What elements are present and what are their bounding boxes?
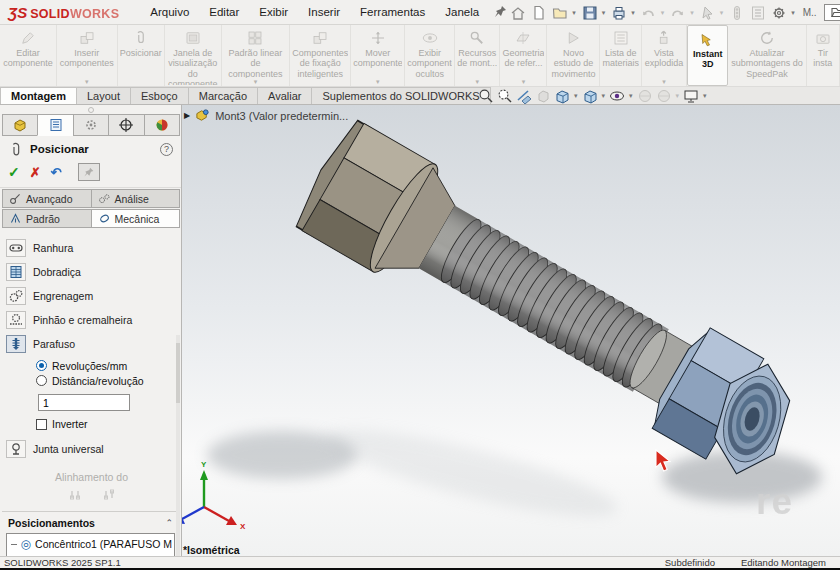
mate-rack-pinion-row[interactable]: Pinhão e cremalheira xyxy=(6,308,177,332)
invert-checkbox[interactable] xyxy=(36,419,47,430)
graphics-viewport[interactable]: Y X Z ▶ Mont3 (Valor predetermin... *Iso… xyxy=(182,105,840,556)
tab-mecanica[interactable]: Mecânica xyxy=(91,209,181,228)
aligned-mate-icon[interactable] xyxy=(65,487,85,503)
hide-show-caret-icon[interactable]: ▾ xyxy=(629,92,633,99)
redo-caret-icon[interactable]: ▾ xyxy=(690,9,694,16)
bill-of-materials-button[interactable]: Lista de materiais xyxy=(600,25,642,86)
dropdown-caret-icon[interactable]: ▾ xyxy=(376,78,380,85)
file-properties-icon[interactable] xyxy=(748,3,766,21)
undo-icon[interactable] xyxy=(639,3,657,21)
select-icon[interactable] xyxy=(698,3,716,21)
expand-arrow-icon[interactable]: ▶ xyxy=(184,111,190,120)
assembly-tree-item[interactable]: Mont3 (Valor predetermin... xyxy=(215,110,348,122)
mate-gear-row[interactable]: Engrenagem xyxy=(6,284,177,308)
collapse-chevron-icon[interactable]: ⌃ xyxy=(165,518,173,528)
apply-scene-icon[interactable] xyxy=(656,88,672,103)
cancel-button[interactable]: ✗ xyxy=(30,165,41,180)
edit-appearance-icon[interactable] xyxy=(637,88,653,103)
rebuild-icon[interactable] xyxy=(727,3,745,21)
mate-screw-row[interactable]: Parafuso xyxy=(6,332,177,356)
panel-scrollbar[interactable] xyxy=(176,335,180,556)
feature-tree-tab[interactable] xyxy=(2,114,38,136)
previous-view-icon[interactable] xyxy=(535,88,551,103)
assembly-features-button[interactable]: Recursos de mont...▾ xyxy=(455,25,500,86)
insert-components-button[interactable]: Inserir componentes▾ xyxy=(57,25,118,86)
dropdown-caret-icon[interactable]: ▾ xyxy=(476,78,480,85)
search-box[interactable]: localizar pe xyxy=(824,4,840,21)
mates-list-box[interactable]: ◎ Concêntrico1 (PARAFUSO M xyxy=(6,533,175,556)
undo-button[interactable]: ↷ xyxy=(51,165,62,180)
tab-esboco[interactable]: Esboço xyxy=(130,87,189,104)
apply-scene-caret-icon[interactable]: ▾ xyxy=(676,92,680,99)
mate-slot-row[interactable]: Ranhura xyxy=(6,236,177,260)
take-snapshot-button[interactable]: Tir insta xyxy=(807,25,840,86)
dropdown-caret-icon[interactable]: ▾ xyxy=(522,78,526,85)
linear-pattern-button[interactable]: Padrão linear de componentes▾ xyxy=(222,25,291,86)
view-orientation-caret-icon[interactable]: ▾ xyxy=(574,92,578,99)
view-settings-icon[interactable] xyxy=(683,88,699,103)
more-label[interactable]: M.. xyxy=(803,7,817,18)
mate-universal-joint-row[interactable]: Junta universal xyxy=(6,437,177,461)
panel-splitter-handle[interactable] xyxy=(88,107,94,113)
component-preview-window-button[interactable]: Janela de visualização do componente xyxy=(165,25,222,86)
edit-component-button[interactable]: Editar componente xyxy=(0,25,57,86)
feature-tree-flyout[interactable]: ▶ Mont3 (Valor predetermin... xyxy=(184,108,348,123)
instant-3d-button[interactable]: Instant 3D xyxy=(687,25,728,86)
pin-menu-icon[interactable] xyxy=(492,3,508,21)
tab-suplementos[interactable]: Suplementos do SOLIDWORKS xyxy=(311,87,490,104)
menu-ferramentas[interactable]: Ferramentas xyxy=(351,3,434,21)
move-component-button[interactable]: Mover componente▾ xyxy=(351,25,405,86)
hide-show-items-icon[interactable] xyxy=(609,88,625,103)
reference-geometry-button[interactable]: Geometria de refer...▾ xyxy=(500,25,547,86)
tab-avancado[interactable]: Avançado xyxy=(2,189,92,208)
configuration-manager-tab[interactable] xyxy=(73,114,109,136)
smart-fasteners-button[interactable]: Componentes de fixação inteligentes xyxy=(290,25,351,86)
update-speedpak-button[interactable]: Atualizar submontagens do SpeedPak xyxy=(728,25,806,86)
menu-janela[interactable]: Janela xyxy=(436,3,488,21)
zoom-area-icon[interactable] xyxy=(497,88,513,103)
menu-arquivo[interactable]: Arquivo xyxy=(141,3,198,21)
options-gear-icon[interactable] xyxy=(769,3,787,21)
tab-padrao[interactable]: Padrão xyxy=(2,209,92,228)
menu-inserir[interactable]: Inserir xyxy=(299,3,349,21)
model-view[interactable]: Y X Z xyxy=(182,105,840,556)
dropdown-caret-icon[interactable]: ▾ xyxy=(254,78,258,85)
display-style-caret-icon[interactable]: ▾ xyxy=(602,92,606,99)
revolutions-value-input[interactable] xyxy=(38,394,130,411)
tab-montagem[interactable]: Montagem xyxy=(0,87,77,104)
section-view-icon[interactable] xyxy=(516,88,532,103)
home-icon[interactable] xyxy=(508,3,526,21)
options-caret-icon[interactable]: ▾ xyxy=(791,9,795,16)
zoom-fit-icon[interactable] xyxy=(478,88,494,103)
print-icon[interactable] xyxy=(609,3,627,21)
property-manager-tab[interactable] xyxy=(37,114,73,136)
exploded-view-button[interactable]: Vista explodida▾ xyxy=(642,25,687,86)
mate-list-item[interactable]: ◎ Concêntrico1 (PARAFUSO M xyxy=(9,538,172,550)
distance-per-revolution-radio[interactable] xyxy=(36,375,47,386)
print-caret-icon[interactable]: ▾ xyxy=(631,9,635,16)
open-icon[interactable] xyxy=(550,3,568,21)
mate-button[interactable]: Posicionar xyxy=(118,25,165,86)
show-hidden-components-button[interactable]: Exibir componentes ocultos xyxy=(405,25,455,86)
view-orientation-icon[interactable] xyxy=(554,88,570,103)
dropdown-caret-icon[interactable]: ▾ xyxy=(85,78,89,85)
mate-hinge-row[interactable]: Dobradiça xyxy=(6,260,177,284)
tab-marcacao[interactable]: Marcação xyxy=(188,87,258,104)
tab-analise[interactable]: Análise xyxy=(91,189,181,208)
menu-exibir[interactable]: Exibir xyxy=(250,3,297,21)
help-icon[interactable]: ? xyxy=(160,143,173,156)
new-motion-study-button[interactable]: Novo estudo de movimento xyxy=(547,25,600,86)
tab-avaliar[interactable]: Avaliar xyxy=(257,87,312,104)
save-caret-icon[interactable]: ▾ xyxy=(602,9,606,16)
display-style-icon[interactable] xyxy=(582,88,598,103)
undo-caret-icon[interactable]: ▾ xyxy=(661,9,665,16)
menu-editar[interactable]: Editar xyxy=(200,3,248,21)
tab-layout[interactable]: Layout xyxy=(76,87,131,104)
new-document-icon[interactable] xyxy=(529,3,547,21)
redo-icon[interactable] xyxy=(668,3,686,21)
accept-button[interactable]: ✓ xyxy=(8,164,20,180)
display-manager-tab[interactable] xyxy=(144,114,180,136)
view-settings-caret-icon[interactable]: ▾ xyxy=(703,92,707,99)
anti-aligned-mate-icon[interactable] xyxy=(99,487,119,503)
revolutions-per-mm-radio[interactable] xyxy=(36,360,47,371)
